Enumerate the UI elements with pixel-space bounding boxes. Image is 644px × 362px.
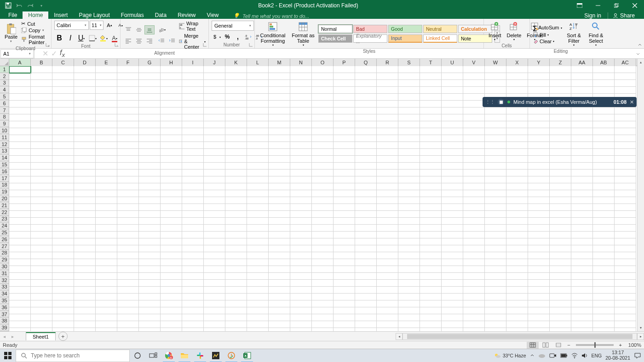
cell[interactable]: [377, 266, 398, 273]
cell[interactable]: [442, 66, 463, 73]
cell[interactable]: [225, 245, 247, 252]
cell[interactable]: [615, 197, 636, 204]
column-header[interactable]: Y: [528, 59, 550, 66]
cell[interactable]: [312, 232, 334, 238]
cell[interactable]: [506, 142, 528, 149]
cell[interactable]: [593, 211, 615, 218]
cell[interactable]: [225, 156, 247, 163]
column-header[interactable]: E: [96, 59, 117, 66]
cell[interactable]: [9, 328, 31, 331]
cell[interactable]: [204, 176, 225, 183]
cell[interactable]: [528, 190, 550, 197]
cell[interactable]: [506, 266, 528, 273]
cell[interactable]: [182, 190, 204, 197]
cell[interactable]: [290, 232, 312, 238]
cell[interactable]: [117, 294, 139, 300]
cell[interactable]: [161, 176, 182, 183]
cell[interactable]: [463, 314, 485, 321]
cell[interactable]: [269, 300, 290, 307]
cell[interactable]: [31, 176, 52, 183]
cell[interactable]: [485, 259, 506, 266]
cell[interactable]: [96, 225, 117, 232]
vertical-scrollbar[interactable]: ▴ ▾: [637, 59, 644, 331]
cell[interactable]: [290, 294, 312, 300]
insert-cells-button[interactable]: Insert▾: [487, 21, 503, 42]
cell[interactable]: [377, 197, 398, 204]
cell[interactable]: [117, 183, 139, 190]
cell[interactable]: [312, 225, 334, 232]
cell[interactable]: [31, 87, 52, 94]
cell[interactable]: [355, 204, 377, 211]
comma-format-icon[interactable]: ,: [233, 32, 243, 41]
cell[interactable]: [377, 280, 398, 287]
row-header[interactable]: 18: [0, 182, 9, 189]
cell[interactable]: [334, 266, 355, 273]
cell[interactable]: [9, 142, 31, 149]
cell[interactable]: [420, 218, 442, 225]
stop-recording-icon[interactable]: [498, 99, 504, 105]
cell[interactable]: [74, 314, 96, 321]
cell[interactable]: [506, 197, 528, 204]
cell[interactable]: [96, 107, 117, 114]
cell[interactable]: [528, 273, 550, 280]
cell[interactable]: [528, 107, 550, 114]
cell[interactable]: [52, 101, 74, 107]
cell[interactable]: [550, 107, 571, 114]
cell[interactable]: [247, 190, 269, 197]
zoom-level[interactable]: 100%: [625, 342, 641, 348]
cell[interactable]: [377, 245, 398, 252]
cell[interactable]: [398, 107, 420, 114]
cell[interactable]: [312, 314, 334, 321]
cell[interactable]: [334, 287, 355, 294]
cell[interactable]: [593, 73, 615, 80]
cell[interactable]: [355, 294, 377, 300]
cell[interactable]: [550, 163, 571, 170]
cell[interactable]: [528, 328, 550, 331]
cell[interactable]: [52, 287, 74, 294]
cell[interactable]: [355, 259, 377, 266]
cell[interactable]: [204, 190, 225, 197]
cell[interactable]: [377, 232, 398, 238]
cell[interactable]: [463, 266, 485, 273]
cell[interactable]: [74, 259, 96, 266]
cell[interactable]: [290, 300, 312, 307]
cell[interactable]: [182, 238, 204, 245]
cell[interactable]: [225, 142, 247, 149]
cell[interactable]: [74, 121, 96, 128]
cell[interactable]: [31, 204, 52, 211]
cell[interactable]: [204, 107, 225, 114]
qat-customize-icon[interactable]: ▾: [37, 1, 46, 10]
cell[interactable]: [442, 156, 463, 163]
cell[interactable]: [204, 66, 225, 73]
cell[interactable]: [355, 238, 377, 245]
row-header[interactable]: 28: [0, 250, 9, 257]
cell[interactable]: [117, 94, 139, 101]
cell[interactable]: [312, 114, 334, 121]
cell[interactable]: [312, 149, 334, 156]
cell[interactable]: [117, 287, 139, 294]
cell[interactable]: [204, 101, 225, 107]
horizontal-scrollbar[interactable]: [402, 333, 637, 340]
cell[interactable]: [161, 266, 182, 273]
cell[interactable]: [312, 204, 334, 211]
cell[interactable]: [182, 266, 204, 273]
column-header[interactable]: Q: [355, 59, 377, 66]
cell[interactable]: [139, 183, 161, 190]
cell[interactable]: [9, 197, 31, 204]
cell[interactable]: [506, 156, 528, 163]
cell[interactable]: [506, 204, 528, 211]
cell[interactable]: [593, 121, 615, 128]
column-header[interactable]: R: [377, 59, 398, 66]
cell[interactable]: [355, 142, 377, 149]
decrease-indent-icon[interactable]: [156, 36, 167, 45]
view-page-layout-icon[interactable]: [540, 342, 552, 349]
cell[interactable]: [571, 128, 593, 135]
cell[interactable]: [31, 80, 52, 87]
cell[interactable]: [377, 87, 398, 94]
cell[interactable]: [506, 163, 528, 170]
cell-style-linked[interactable]: Linked Cell: [423, 34, 457, 43]
cell[interactable]: [420, 307, 442, 314]
row-header[interactable]: 16: [0, 168, 9, 175]
cell[interactable]: [334, 321, 355, 328]
cell[interactable]: [161, 294, 182, 300]
